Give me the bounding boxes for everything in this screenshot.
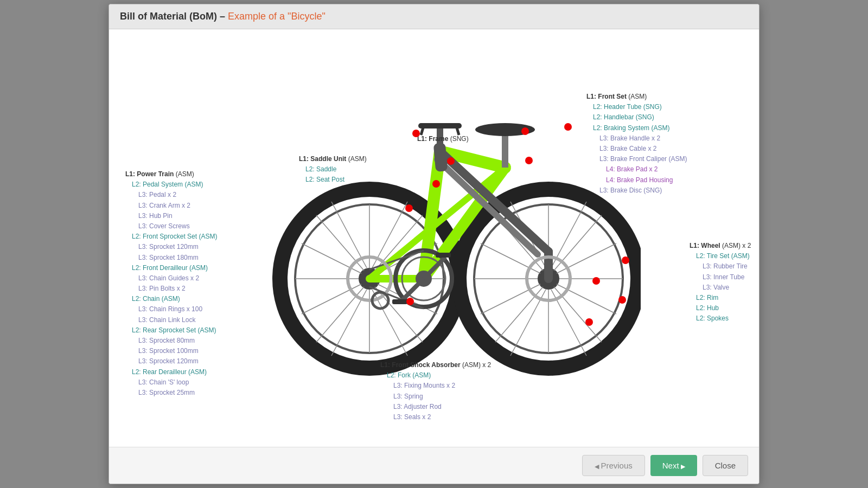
label-saddle-unit: L1: Saddle Unit (ASM) L2: Saddle L2: Sea… [299, 154, 367, 185]
label-power-train: L1: Power Train (ASM) L2: Pedal System (… [125, 169, 217, 398]
dot-headset [525, 157, 533, 164]
diagram-container: L1: Power Train (ASM) L2: Pedal System (… [114, 35, 754, 441]
label-front-set: L1: Front Set (ASM) L2: Header Tube (SNG… [586, 92, 687, 196]
svg-line-11 [302, 243, 361, 273]
dot-powertrain [405, 204, 413, 212]
dot-frame [447, 157, 455, 165]
dot-frontwheel [618, 296, 626, 304]
dialog-title: Bill of Material (BoM) – Example of a "B… [120, 11, 748, 22]
svg-line-32 [481, 284, 540, 314]
dialog-header: Bill of Material (BoM) – Example of a "B… [109, 4, 759, 29]
next-button[interactable]: Next [650, 455, 697, 476]
bom-dialog: Bill of Material (BoM) – Example of a "B… [108, 4, 760, 484]
dot-rearwheel [622, 256, 629, 264]
svg-rect-60 [392, 299, 407, 304]
dot-saddle [412, 130, 420, 137]
dialog-footer: Previous Next Close [109, 447, 759, 484]
svg-rect-61 [436, 253, 451, 258]
dot-frontset [564, 123, 572, 131]
close-button[interactable]: Close [703, 455, 748, 476]
label-frame: L1: Frame (SNG) [417, 134, 469, 144]
dot-fork [592, 277, 600, 285]
title-plain: Bill of Material (BoM) – [120, 11, 228, 22]
label-wheel: L1: Wheel (ASM) x 2 L2: Tire Set (ASM) L… [690, 241, 751, 324]
dot-chainring [406, 298, 414, 305]
svg-line-13 [302, 284, 361, 314]
dot-frontwheelbottom [585, 318, 593, 326]
title-highlight: Example of a "Bicycle" [228, 11, 326, 22]
dialog-body: L1: Power Train (ASM) L2: Pedal System (… [109, 29, 759, 447]
svg-line-33 [557, 243, 616, 273]
label-front-shock: L1: Front Shock Absorber (ASM) x 2 L2: F… [380, 360, 491, 422]
previous-button[interactable]: Previous [582, 455, 644, 476]
svg-line-31 [557, 284, 616, 314]
dot-seatpost [432, 180, 440, 188]
bike-image [272, 67, 641, 393]
dot-handlebar [521, 127, 529, 135]
